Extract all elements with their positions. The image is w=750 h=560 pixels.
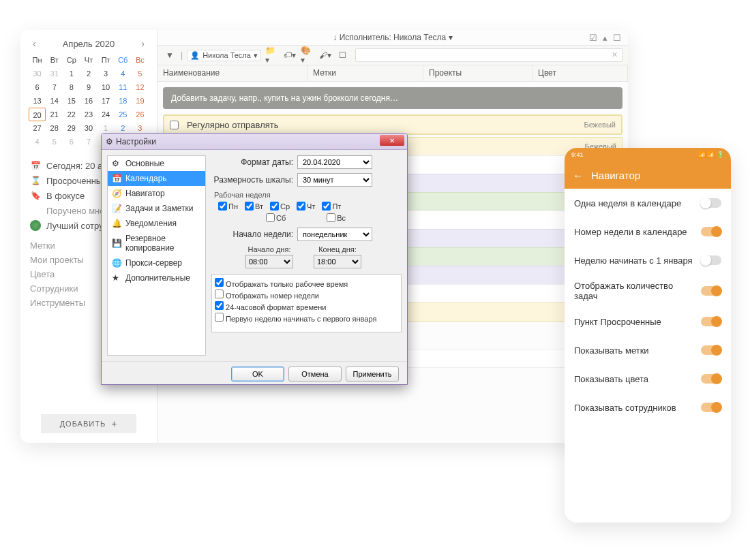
back-icon[interactable]: ← <box>573 170 583 181</box>
calendar-day[interactable]: 3 <box>97 67 115 80</box>
prev-month-icon[interactable]: ‹ <box>33 38 36 49</box>
mobile-item-jan1[interactable]: Неделю начинать с 1 января <box>565 246 731 275</box>
calendar-day[interactable]: 5 <box>46 135 63 149</box>
toggle[interactable] <box>701 286 721 296</box>
calendar-day[interactable]: 24 <box>97 108 115 121</box>
nav-item-tasks[interactable]: 📝Задачи и Заметки <box>108 201 205 216</box>
col-name[interactable]: Наименование <box>158 65 308 81</box>
toggle[interactable] <box>701 403 721 412</box>
calendar-day[interactable]: 14 <box>46 94 63 108</box>
calendar-day[interactable]: 11 <box>115 80 132 94</box>
brush-icon[interactable]: 🖌▾ <box>318 48 332 62</box>
mobile-item-task-count[interactable]: Отображать количество задач <box>565 275 731 307</box>
calendar-day[interactable]: 30 <box>29 67 46 80</box>
opt-week-num <box>215 290 224 298</box>
calendar-day[interactable]: 7 <box>46 80 63 94</box>
dialog-titlebar[interactable]: ⚙ Настройки ✕ <box>102 134 407 150</box>
next-month-icon[interactable]: › <box>141 38 145 49</box>
calendar-day[interactable]: 31 <box>46 67 63 80</box>
mobile-item-week-num[interactable]: Номер недели в календаре <box>565 217 731 246</box>
toggle[interactable] <box>701 198 721 208</box>
tag-icon[interactable]: 🏷▾ <box>283 48 297 62</box>
calendar-day[interactable]: 26 <box>132 108 149 121</box>
mobile-item-overdue[interactable]: Пункт Просроченные <box>565 307 731 336</box>
nav-item-navigator[interactable]: 🧭Навигатор <box>108 186 205 201</box>
calendar-day[interactable]: 10 <box>97 80 115 94</box>
column-headers: Наименование Метки Проекты Цвет <box>158 65 628 82</box>
calendar-day[interactable]: 29 <box>63 121 80 135</box>
nav-item-extra[interactable]: ★Дополнительные <box>108 270 205 285</box>
folder-icon[interactable]: 📁▾ <box>265 48 279 62</box>
calendar-day[interactable]: 18 <box>115 94 132 108</box>
calendar-day[interactable]: 12 <box>132 80 149 94</box>
calendar-day[interactable]: 9 <box>80 80 97 94</box>
calendar-day[interactable]: 4 <box>115 67 132 80</box>
calendar-day[interactable]: 5 <box>132 67 149 80</box>
mobile-item-colors[interactable]: Показывать цвета <box>565 364 731 393</box>
search-input[interactable] <box>355 48 622 62</box>
cancel-button[interactable]: Отмена <box>288 367 342 382</box>
calendar-day[interactable]: 4 <box>29 135 46 149</box>
calendar-day[interactable]: 17 <box>97 94 115 108</box>
week-start-select[interactable]: понедельник <box>297 228 372 241</box>
calendar-day[interactable]: 27 <box>29 121 46 135</box>
window-icon[interactable]: ☐ <box>613 33 621 43</box>
day-start-select[interactable]: 08:00 <box>245 255 293 268</box>
mobile-title: Навигатор <box>591 170 640 181</box>
calendar-day[interactable]: 6 <box>29 80 46 94</box>
add-task-input[interactable]: Добавить задачу, напр., купить на ужин б… <box>163 87 622 109</box>
calendar-day[interactable]: 25 <box>115 108 132 121</box>
nav-item-calendar[interactable]: 📅Календарь <box>108 171 205 186</box>
calendar-day[interactable]: 20 <box>29 108 46 121</box>
date-format-select[interactable]: 20.04.2020 <box>297 155 372 169</box>
close-button[interactable]: ✕ <box>380 135 404 146</box>
day-end-select[interactable]: 18:00 <box>314 255 361 268</box>
chevron-down-icon[interactable]: ▴ <box>603 33 608 43</box>
ok-button[interactable]: OK <box>231 367 284 382</box>
calendar-day[interactable]: 13 <box>29 94 46 108</box>
check-icon[interactable]: ☑ <box>589 33 597 43</box>
nav-item-proxy[interactable]: 🌐Прокси-сервер <box>108 255 205 270</box>
add-button[interactable]: ДОБАВИТЬ+ <box>41 414 136 433</box>
calendar-day[interactable]: 6 <box>63 135 80 149</box>
assignee-pill[interactable]: 👤Никола Тесла▾ <box>187 50 261 61</box>
calendar-day[interactable]: 19 <box>132 94 149 108</box>
col-labels[interactable]: Метки <box>308 65 423 81</box>
toggle[interactable] <box>701 317 721 326</box>
toggle[interactable] <box>701 255 721 265</box>
title-text[interactable]: ↓ Исполнитель: Никола Тесла ▾ <box>333 33 452 42</box>
calendar-day[interactable]: 15 <box>63 94 80 108</box>
calendar-day[interactable]: 28 <box>46 121 63 135</box>
calendar-day[interactable]: 2 <box>80 67 97 80</box>
nav-item-notifications[interactable]: 🔔Уведомления <box>108 216 205 231</box>
toggle[interactable] <box>701 374 721 384</box>
calendar-day[interactable]: 16 <box>80 94 97 108</box>
mobile-item-employees[interactable]: Показывать сотрудников <box>565 393 731 422</box>
apply-button[interactable]: Применить <box>346 367 399 382</box>
calendar-day[interactable]: 7 <box>80 135 97 149</box>
mobile-item-labels[interactable]: Показывать метки <box>565 336 731 364</box>
scale-select[interactable]: 30 минут <box>297 173 372 187</box>
calendar-day[interactable]: 1 <box>63 67 80 80</box>
day-start-label: Начало дня: <box>248 245 291 253</box>
calendar-icon: 📅 <box>30 160 41 171</box>
toggle[interactable] <box>701 227 721 236</box>
calendar-day[interactable]: 30 <box>80 121 97 135</box>
task-checkbox[interactable] <box>170 121 179 129</box>
palette-icon[interactable]: 🎨▾ <box>301 48 314 62</box>
nav-item-main[interactable]: ⚙Основные <box>108 156 205 171</box>
col-projects[interactable]: Проекты <box>423 65 532 81</box>
fri-checkbox <box>322 202 331 211</box>
signal-icons: 📶 📶 🔋 <box>698 151 724 158</box>
calendar-day[interactable]: 8 <box>63 80 80 94</box>
nav-item-backup[interactable]: 💾Резервное копирование <box>108 231 205 255</box>
col-color[interactable]: Цвет <box>532 65 628 81</box>
task-row[interactable]: Регулярно отправлять Бежевый <box>164 115 622 134</box>
square-icon[interactable]: ☐ <box>336 48 350 62</box>
toggle[interactable] <box>701 345 721 355</box>
calendar-day[interactable]: 21 <box>46 108 63 121</box>
calendar-day[interactable]: 22 <box>63 108 80 121</box>
calendar-day[interactable]: 23 <box>80 108 97 121</box>
filter-icon[interactable]: ▼ <box>163 48 177 62</box>
mobile-item-one-week[interactable]: Одна неделя в календаре <box>565 189 731 217</box>
